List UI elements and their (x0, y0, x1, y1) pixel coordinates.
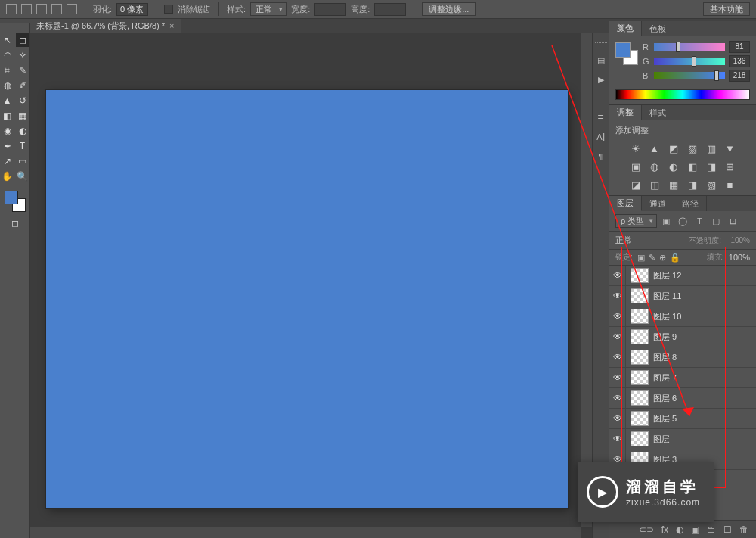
canvas[interactable] (46, 90, 568, 508)
healing-tool[interactable]: ◍ (1, 79, 14, 92)
move-tool[interactable]: ↖ (1, 33, 14, 47)
adjustment-icon[interactable]: ▣ (630, 160, 642, 173)
layer-row[interactable]: 👁图层 7 (609, 368, 756, 388)
layer-panel-button[interactable]: 🗀 (707, 524, 716, 535)
tab-channels[interactable]: 通道 (642, 196, 674, 211)
marquee-row-icon[interactable] (51, 4, 62, 14)
b-value[interactable]: 218 (729, 70, 750, 82)
fill-value[interactable]: 100% (729, 253, 750, 262)
layer-row[interactable]: 👁图层 6 (609, 388, 756, 409)
tab-swatches[interactable]: 色板 (642, 21, 674, 36)
adjustment-icon[interactable]: ◪ (630, 179, 642, 191)
g-value[interactable]: 136 (729, 55, 750, 67)
eraser-tool[interactable]: ◧ (1, 109, 14, 123)
r-slider[interactable] (654, 43, 725, 51)
panel-swatch-pair[interactable] (615, 42, 638, 65)
adjustment-icon[interactable]: ▨ (686, 142, 699, 154)
opacity-value[interactable]: 100% (726, 236, 750, 244)
document-tab[interactable]: 未标题-1 @ 66.7% (背景, RGB/8) * × (30, 19, 181, 33)
feather-input[interactable]: 0 像素 (116, 3, 148, 16)
visibility-toggle-icon[interactable]: 👁 (609, 368, 626, 387)
lock-icon[interactable]: ⊕ (659, 253, 666, 263)
adjustment-icon[interactable]: ◍ (649, 160, 661, 173)
layer-row[interactable]: 👁图层 9 (609, 327, 756, 347)
layer-filter-dropdown[interactable]: ρ 类型 (615, 214, 657, 228)
tab-layers[interactable]: 图层 (609, 196, 642, 211)
marquee-col-icon[interactable] (67, 4, 77, 14)
visibility-toggle-icon[interactable]: 👁 (609, 388, 626, 408)
play-icon[interactable]: ▶ (595, 73, 607, 86)
adjustment-icon[interactable]: ◨ (686, 179, 699, 191)
adjustment-icon[interactable]: ▥ (705, 142, 717, 154)
wand-tool[interactable]: ✧ (16, 48, 29, 62)
layer-filter-icon[interactable]: ▢ (710, 215, 722, 227)
layer-panel-button[interactable]: ▣ (691, 524, 699, 535)
antialias-checkbox[interactable] (164, 5, 173, 14)
layer-panel-button[interactable]: fx (662, 524, 668, 535)
lock-icon[interactable]: ▣ (637, 253, 645, 263)
type-tool[interactable]: T (16, 139, 29, 153)
blur-tool[interactable]: ◉ (1, 124, 14, 138)
tool-preset-icon[interactable] (6, 4, 17, 14)
visibility-toggle-icon[interactable]: 👁 (609, 409, 626, 428)
horizontal-scrollbar[interactable] (30, 527, 581, 538)
layer-thumbnail[interactable] (631, 288, 649, 303)
gradient-tool[interactable]: ▦ (16, 109, 29, 123)
pen-tool[interactable]: ✒ (1, 139, 14, 153)
paragraph-panel-icon[interactable]: ¶ (595, 151, 607, 163)
adjustment-icon[interactable]: ▼ (724, 142, 736, 154)
lock-icon[interactable]: ✎ (649, 253, 655, 263)
tab-color[interactable]: 颜色 (609, 21, 642, 36)
zoom-tool[interactable]: 🔍 (16, 169, 29, 183)
brushes-panel-icon[interactable]: ≣ (595, 111, 607, 123)
history-brush-tool[interactable]: ↺ (16, 94, 29, 107)
adjustment-icon[interactable]: ▧ (705, 179, 717, 191)
visibility-toggle-icon[interactable]: 👁 (609, 306, 626, 326)
path-tool[interactable]: ↗ (1, 154, 14, 168)
panel-fg-swatch[interactable] (615, 42, 631, 58)
lock-icon[interactable]: 🔒 (670, 253, 680, 263)
adjustment-icon[interactable]: ■ (724, 179, 736, 191)
marquee-ellipse-icon[interactable] (36, 4, 47, 14)
visibility-toggle-icon[interactable]: 👁 (609, 429, 626, 449)
layer-thumbnail[interactable] (631, 350, 649, 365)
panel-grip-icon[interactable] (595, 39, 607, 43)
adjustment-icon[interactable]: ⊞ (724, 160, 736, 173)
layer-filter-icon[interactable]: ▣ (660, 215, 672, 227)
blend-mode-dropdown[interactable]: 正常 (615, 235, 684, 246)
lasso-tool[interactable]: ◠ (1, 48, 14, 62)
adjustment-icon[interactable]: ☀ (630, 142, 642, 154)
layer-thumbnail[interactable] (631, 370, 649, 385)
visibility-toggle-icon[interactable]: 👁 (609, 266, 626, 285)
color-swatch-pair[interactable] (5, 191, 26, 212)
refine-edge-button[interactable]: 调整边缘... (422, 2, 476, 16)
layer-row[interactable]: 👁图层 10 (609, 306, 756, 327)
layer-row[interactable]: 👁图层 11 (609, 286, 756, 306)
shape-tool[interactable]: ▭ (16, 154, 29, 168)
layer-filter-icon[interactable]: ◯ (677, 215, 689, 227)
layer-row[interactable]: 👁图层 8 (609, 347, 756, 368)
layer-row[interactable]: 👁图层 12 (609, 266, 756, 286)
marquee-tool[interactable]: ◻ (16, 33, 29, 47)
layer-thumbnail[interactable] (631, 268, 649, 283)
layer-row[interactable]: 👁图层 5 (609, 409, 756, 429)
visibility-toggle-icon[interactable]: 👁 (609, 347, 626, 367)
b-slider[interactable] (654, 72, 725, 79)
quickmask-toggle[interactable]: ◻ (8, 216, 22, 230)
eyedropper-tool[interactable]: ✎ (16, 64, 29, 77)
layer-panel-button[interactable]: ⊂⊃ (639, 524, 654, 535)
layer-thumbnail[interactable] (631, 309, 649, 324)
hand-tool[interactable]: ✋ (1, 169, 14, 183)
layer-panel-button[interactable]: 🗑 (739, 524, 748, 535)
layer-thumbnail[interactable] (631, 329, 649, 344)
history-panel-icon[interactable]: ▤ (595, 54, 607, 66)
marquee-rect-icon[interactable] (21, 4, 32, 14)
layer-filter-icon[interactable]: T (693, 215, 705, 227)
layer-thumbnail[interactable] (631, 431, 649, 446)
adjustment-icon[interactable]: ◨ (705, 160, 717, 173)
visibility-toggle-icon[interactable]: 👁 (609, 327, 626, 347)
character-panel-icon[interactable]: Aǀ (595, 131, 607, 143)
vertical-scrollbar[interactable] (581, 33, 592, 527)
adjustment-icon[interactable]: ▲ (649, 142, 661, 154)
workspace-button[interactable]: 基本功能 (703, 2, 750, 16)
